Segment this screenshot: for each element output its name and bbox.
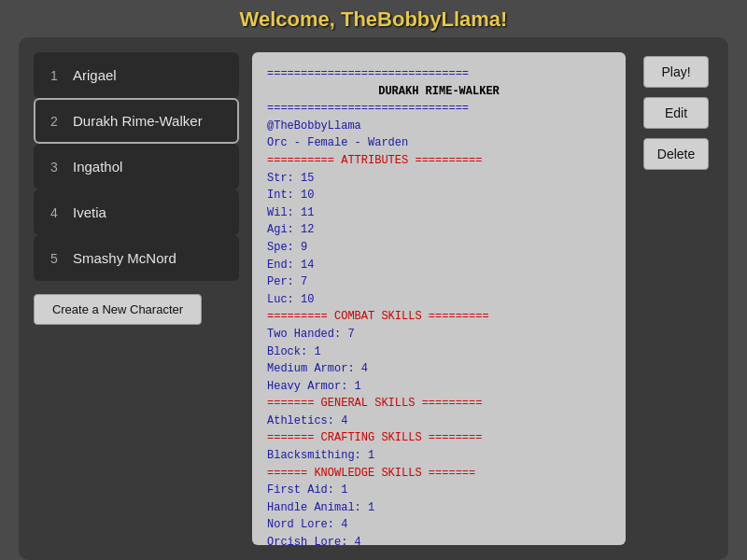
sheet-line: @TheBobbyLlama — [267, 118, 611, 135]
sheet-line: Wil: 11 — [267, 204, 611, 222]
sheet-line: Blacksmithing: 1 — [267, 447, 611, 465]
sheet-line: Luc: 10 — [267, 291, 611, 309]
sheet-line: Two Handed: 7 — [267, 326, 611, 343]
character-number: 2 — [50, 114, 65, 129]
character-number: 5 — [50, 251, 65, 266]
edit-button[interactable]: Edit — [643, 97, 709, 129]
sheet-line: Orcish Lore: 4 — [267, 534, 611, 545]
character-item[interactable]: 5Smashy McNord — [34, 235, 239, 281]
character-name: Ingathol — [73, 159, 122, 175]
play-button[interactable]: Play! — [643, 56, 709, 88]
sheet-line: ======= CRAFTING SKILLS ======== — [267, 429, 611, 447]
sheet-line: Spe: 9 — [267, 239, 611, 257]
character-name: Smashy McNord — [73, 250, 176, 266]
sheet-line: Nord Lore: 4 — [267, 516, 611, 534]
character-number: 1 — [50, 68, 65, 83]
main-container: 1Arigael2Durakh Rime-Walker3Ingathol4Ive… — [19, 37, 728, 560]
sheet-line: Agi: 12 — [267, 221, 611, 239]
character-item[interactable]: 3Ingathol — [34, 144, 239, 189]
welcome-title: Welcome, TheBobbyLlama! — [240, 7, 508, 31]
character-name: Durakh Rime-Walker — [73, 113, 203, 129]
sheet-line: End: 14 — [267, 257, 611, 274]
delete-button[interactable]: Delete — [643, 138, 709, 170]
sheet-line: Orc - Female - Warden — [267, 134, 611, 152]
sheet-line: Int: 10 — [267, 187, 611, 204]
sheet-line: Str: 15 — [267, 170, 611, 188]
character-list: 1Arigael2Durakh Rime-Walker3Ingathol4Ive… — [34, 52, 239, 281]
sheet-line: ============================== — [267, 100, 611, 118]
sheet-line: ========= COMBAT SKILLS ========= — [267, 308, 611, 326]
sheet-line: Per: 7 — [267, 273, 611, 291]
page-header: Welcome, TheBobbyLlama! — [0, 0, 747, 37]
sheet-line: Heavy Armor: 1 — [267, 378, 611, 396]
sheet-line: ============================== — [267, 65, 611, 83]
sheet-line: ====== KNOWLEDGE SKILLS ======= — [267, 465, 611, 483]
sheet-line: ======= GENERAL SKILLS ========= — [267, 395, 611, 413]
sheet-line: Block: 1 — [267, 343, 611, 361]
character-number: 4 — [50, 205, 65, 220]
character-item[interactable]: 2Durakh Rime-Walker — [34, 98, 239, 144]
left-panel: 1Arigael2Durakh Rime-Walker3Ingathol4Ive… — [34, 52, 239, 545]
character-number: 3 — [50, 160, 65, 175]
character-item[interactable]: 1Arigael — [34, 52, 239, 98]
sheet-line: Athletics: 4 — [267, 413, 611, 430]
character-name: Ivetia — [73, 204, 106, 220]
character-name: Arigael — [73, 67, 117, 83]
character-sheet-panel: ==============================DURAKH RIM… — [252, 52, 626, 545]
sheet-line: ========== ATTRIBUTES ========== — [267, 152, 611, 170]
create-character-button[interactable]: Create a New Character — [34, 294, 202, 325]
sheet-line: Medium Armor: 4 — [267, 360, 611, 378]
sheet-line: Handle Animal: 1 — [267, 499, 611, 517]
character-item[interactable]: 4Ivetia — [34, 189, 239, 235]
sheet-line: First Aid: 1 — [267, 482, 611, 499]
sheet-line: DURAKH RIME-WALKER — [267, 83, 611, 101]
right-panel: Play! Edit Delete — [639, 52, 713, 545]
